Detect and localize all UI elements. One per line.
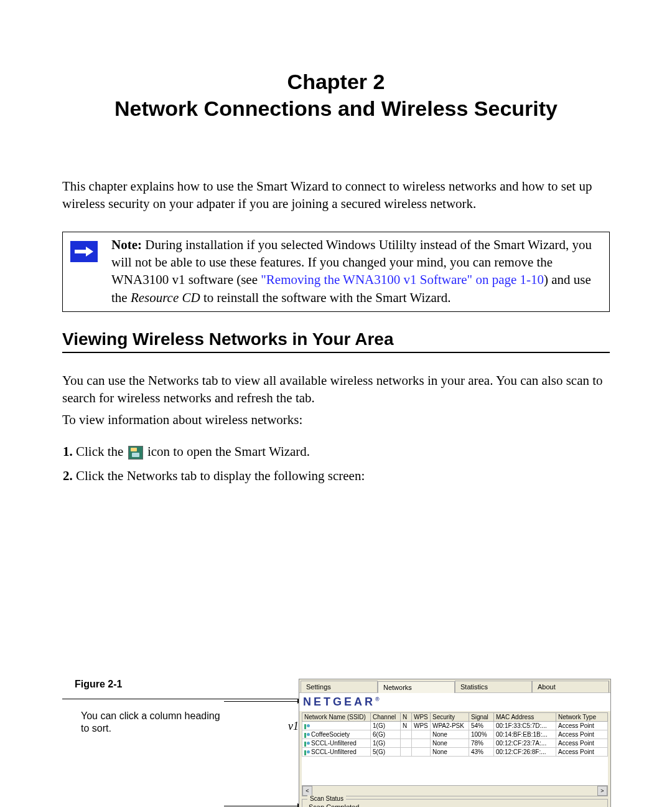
col-wps[interactable]: WPS (412, 713, 431, 722)
logo-bar: NETGEAR® (299, 692, 610, 711)
logo-text: NETGEAR (303, 696, 375, 708)
step-1: Click the icon to open the Smart Wizard. (76, 441, 610, 462)
col-signal[interactable]: Signal (469, 713, 494, 722)
cell-signal: 43% (469, 748, 494, 757)
wifi-icon (304, 724, 310, 729)
cell-signal: 100% (469, 730, 494, 739)
col-mac[interactable]: MAC Address (494, 713, 556, 722)
smart-wizard-window: Settings Networks Statistics About NETGE… (299, 679, 611, 807)
wifi-icon (304, 742, 310, 747)
cell-ssid: CoffeeSociety (311, 731, 350, 738)
cell-mac: 00:12:CF:26:8F:... (494, 748, 556, 757)
cell-mac: 00:1F:33:C5:7D:... (494, 722, 556, 730)
table-empty-area (302, 757, 608, 785)
cell-signal: 54% (469, 722, 494, 730)
cell-n (401, 739, 412, 748)
scroll-right-icon[interactable]: > (597, 786, 607, 796)
chapter-number: Chapter 2 (287, 70, 385, 93)
cell-wps: WPS (412, 722, 431, 730)
col-type[interactable]: Network Type (556, 713, 608, 722)
tab-statistics[interactable]: Statistics (455, 681, 532, 692)
scroll-left-icon[interactable]: < (302, 786, 312, 796)
cell-security: None (431, 748, 469, 757)
cell-channel: 5(G) (371, 748, 401, 757)
wifi-icon (304, 733, 310, 738)
note-text: Note: During installation if you selecte… (111, 236, 604, 306)
cell-signal: 78% (469, 739, 494, 748)
callout-line (224, 701, 299, 702)
cell-type: Access Point (556, 748, 608, 757)
cell-type: Access Point (556, 722, 608, 730)
callout-sort: You can click a column heading to sort. (81, 710, 230, 735)
tray-app-icon (128, 446, 143, 460)
col-security[interactable]: Security (431, 713, 469, 722)
step1-a: Click the (76, 444, 127, 459)
scan-status-label: Scan Status (307, 795, 346, 802)
chapter-name: Network Connections and Wireless Securit… (114, 97, 558, 120)
cell-ssid: SCCL-Unfiltered (311, 748, 357, 755)
cell-n: N (401, 722, 412, 730)
note-icon-cell (68, 236, 111, 306)
col-channel[interactable]: Channel (371, 713, 401, 722)
step-list: Click the icon to open the Smart Wizard.… (62, 441, 610, 486)
note-box: Note: During installation if you selecte… (62, 232, 610, 312)
col-n[interactable]: N (401, 713, 412, 722)
tab-networks[interactable]: Networks (378, 681, 455, 693)
intro-paragraph: This chapter explains how to use the Sma… (62, 177, 610, 213)
cell-wps (412, 748, 431, 757)
step1-b: icon to open the Smart Wizard. (144, 444, 310, 459)
note-label: Note: (111, 237, 142, 252)
horizontal-scrollbar[interactable]: < > (302, 785, 608, 796)
cell-type: Access Point (556, 739, 608, 748)
note-t3: to reinstall the software with the Smart… (200, 290, 451, 305)
cell-channel: 1(G) (371, 722, 401, 730)
resource-cd: Resource CD (131, 290, 200, 305)
network-table: Network Name (SSID) Channel N WPS Securi… (302, 712, 608, 757)
note-link[interactable]: "Removing the WNA3100 v1 Software" on pa… (261, 272, 544, 287)
table-row[interactable]: SCCL-Unfiltered 1(G) None 78% 00:12:CF:2… (302, 739, 608, 748)
table-row[interactable]: CoffeeSociety 6(G) None 100% 00:14:BF:EB… (302, 730, 608, 739)
paragraph-1: You can use the Networks tab to view all… (62, 372, 610, 407)
chapter-title: Chapter 2 Network Connections and Wirele… (62, 68, 610, 121)
cell-security: None (431, 730, 469, 739)
callout-line (224, 806, 299, 806)
netgear-logo: NETGEAR® (303, 696, 380, 708)
wifi-icon (304, 750, 310, 755)
paragraph-2: To view information about wireless netwo… (62, 411, 610, 428)
arrow-right-icon (70, 241, 98, 262)
cell-n (401, 730, 412, 739)
cell-mac: 00:14:BF:EB:1B:... (494, 730, 556, 739)
table-row[interactable]: 1(G) N WPS WPA2-PSK 54% 00:1F:33:C5:7D:.… (302, 722, 608, 730)
scan-status-value: Scan Completed (309, 803, 359, 807)
tab-settings[interactable]: Settings (301, 681, 378, 692)
section-heading: Viewing Wireless Networks in Your Area (62, 329, 610, 353)
tab-bar: Settings Networks Statistics About (299, 679, 610, 692)
figure-wrap: You can click a column heading to sort. … (62, 679, 610, 690)
cell-wps (412, 730, 431, 739)
cell-security: None (431, 739, 469, 748)
cell-channel: 1(G) (371, 739, 401, 748)
cell-n (401, 748, 412, 757)
scan-status-box: Scan Status Scan Completed (302, 799, 608, 807)
cell-type: Access Point (556, 730, 608, 739)
cell-security: WPA2-PSK (431, 722, 469, 730)
table-row[interactable]: SCCL-Unfiltered 5(G) None 43% 00:12:CF:2… (302, 748, 608, 757)
cell-channel: 6(G) (371, 730, 401, 739)
document-page: Chapter 2 Network Connections and Wirele… (0, 0, 672, 807)
step-2: Click the Networks tab to display the fo… (76, 466, 610, 486)
cell-ssid: SCCL-Unfiltered (311, 740, 357, 747)
tab-about[interactable]: About (532, 681, 609, 692)
col-ssid[interactable]: Network Name (SSID) (302, 713, 371, 722)
table-header-row: Network Name (SSID) Channel N WPS Securi… (302, 713, 608, 722)
cell-wps (412, 739, 431, 748)
cell-mac: 00:12:CF:23:7A:... (494, 739, 556, 748)
